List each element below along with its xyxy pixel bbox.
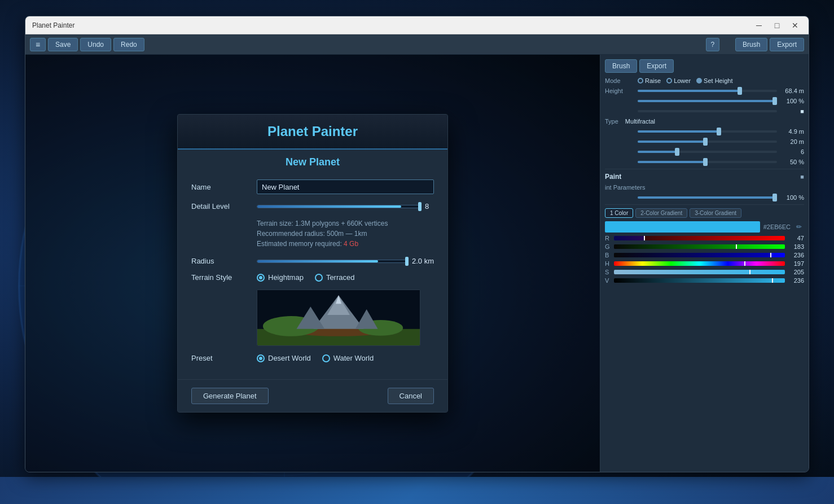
save-button[interactable]: Save	[48, 38, 78, 51]
export-button[interactable]: Export	[770, 38, 804, 51]
r-channel-row: R 47	[605, 235, 804, 242]
height-slider-fill	[638, 90, 742, 92]
preset-desert-option[interactable]: Desert World	[257, 354, 311, 362]
octaves-value: 20 m	[782, 138, 804, 145]
terrain-style-options: Heightmap Terraced	[257, 273, 354, 282]
strength-row: 100 %	[605, 98, 804, 104]
h-channel-fill	[614, 261, 745, 266]
maximize-button[interactable]: □	[770, 19, 784, 32]
redo-button[interactable]: Redo	[113, 38, 144, 51]
b-channel-row: B 236	[605, 252, 804, 258]
color-edit-button[interactable]: ✏	[794, 222, 804, 232]
color-hex: #2EB6EC	[763, 223, 791, 230]
size-slider-track[interactable]	[638, 110, 777, 112]
menu-button[interactable]: ≡	[30, 38, 46, 51]
g-channel-row: G 183	[605, 243, 804, 250]
color-tab-1color[interactable]: 1 Color	[605, 208, 633, 218]
blend-slider[interactable]	[638, 161, 777, 163]
preset-water-radio[interactable]	[322, 354, 330, 362]
detail-level-slider-container[interactable]: 8	[257, 202, 434, 211]
b-value: 236	[787, 252, 804, 258]
s-channel-row: S 205	[605, 269, 804, 275]
blend-slider-thumb	[703, 158, 708, 166]
preset-row: Preset Desert World Water World	[191, 354, 434, 362]
set-height-radio[interactable]	[696, 78, 702, 84]
name-input[interactable]	[257, 179, 434, 194]
new-planet-dialog: Planet Painter New Planet Name Detail Le	[177, 114, 448, 413]
lacunarity-slider[interactable]	[638, 151, 777, 153]
undo-button[interactable]: Undo	[80, 38, 111, 51]
preset-water-label: Water World	[333, 354, 374, 362]
color-tab-2color[interactable]: 2-Color Gradient	[635, 208, 687, 218]
h-value: 197	[787, 260, 804, 267]
strength-slider-track[interactable]	[638, 100, 777, 102]
radius-slider-track[interactable]	[257, 260, 409, 263]
raise-radio[interactable]	[638, 78, 643, 84]
b-channel-track[interactable]	[614, 253, 785, 257]
height-slider[interactable]	[638, 90, 777, 92]
strength-slider[interactable]	[638, 100, 777, 102]
terrain-heightmap-option[interactable]: Heightmap	[257, 273, 304, 282]
g-channel-fill	[614, 244, 737, 249]
color-swatch-row: #2EB6EC ✏	[605, 221, 804, 233]
v-channel-track[interactable]	[614, 278, 785, 283]
brush-tab-button[interactable]: Brush	[605, 59, 637, 73]
r-value: 47	[787, 235, 804, 242]
raise-option[interactable]: Raise	[638, 77, 661, 84]
close-button[interactable]: ✕	[788, 19, 802, 32]
lacunarity-row: 6	[605, 148, 804, 155]
scale-slider-track[interactable]	[638, 130, 777, 133]
g-channel-track[interactable]	[614, 244, 785, 249]
blend-slider-fill	[638, 161, 708, 163]
preset-desert-label: Desert World	[268, 354, 311, 362]
terrain-terraced-option[interactable]: Terraced	[315, 273, 355, 282]
dialog-footer: Generate Planet Cancel	[178, 379, 447, 412]
paint-strength-slider[interactable]	[638, 196, 777, 199]
h-channel-track[interactable]	[614, 261, 785, 266]
terrain-style-label: Terrain Style	[191, 273, 248, 282]
octaves-slider-fill	[638, 141, 708, 143]
dialog-body: Name Detail Level 8	[178, 170, 447, 379]
preset-desert-radio[interactable]	[257, 354, 265, 362]
terrain-heightmap-radio[interactable]	[257, 274, 265, 282]
scale-value: 4.9 m	[782, 128, 804, 135]
export-tab-button[interactable]: Export	[639, 59, 674, 73]
set-height-option[interactable]: Set Height	[696, 77, 732, 84]
minimize-button[interactable]: ─	[752, 19, 766, 32]
height-slider-track[interactable]	[638, 90, 777, 92]
lower-option[interactable]: Lower	[666, 77, 691, 84]
color-swatch[interactable]	[605, 221, 760, 233]
cancel-button[interactable]: Cancel	[388, 388, 434, 404]
canvas-area[interactable]: Planet Painter New Planet Name Detail Le	[25, 55, 600, 472]
color-tab-3color[interactable]: 3-Color Gradient	[690, 208, 741, 218]
terrain-terraced-radio[interactable]	[315, 274, 323, 282]
lower-radio[interactable]	[666, 78, 672, 84]
mode-radio-group: Raise Lower Set Height	[638, 77, 732, 84]
s-value: 205	[787, 269, 804, 275]
octaves-slider-track[interactable]	[638, 141, 777, 143]
help-button[interactable]: ?	[706, 38, 719, 51]
strength-slider-fill	[638, 100, 777, 102]
brush-button[interactable]: Brush	[735, 38, 767, 51]
blend-slider-track[interactable]	[638, 161, 777, 163]
octaves-slider[interactable]	[638, 141, 777, 143]
r-channel-fill	[614, 236, 645, 240]
b-label: B	[605, 252, 612, 258]
terrain-info-line2: Recommended radius: 500m — 1km	[257, 229, 434, 239]
s-channel-track[interactable]	[614, 270, 785, 274]
lacunarity-slider-track[interactable]	[638, 151, 777, 153]
generate-planet-button[interactable]: Generate Planet	[191, 388, 269, 404]
detail-level-label: Detail Level	[191, 202, 248, 211]
paint-strength-track[interactable]	[638, 196, 777, 199]
scale-slider[interactable]	[638, 130, 777, 133]
r-label: R	[605, 235, 612, 242]
r-channel-track[interactable]	[614, 236, 785, 240]
detail-level-row: Detail Level 8	[191, 202, 434, 211]
preset-label: Preset	[191, 354, 248, 362]
radius-slider-container[interactable]: 2.0 km	[257, 257, 434, 265]
size-slider[interactable]	[638, 110, 777, 112]
preset-water-option[interactable]: Water World	[322, 354, 374, 362]
octaves-row: 20 m	[605, 138, 804, 145]
detail-level-slider-track[interactable]	[257, 205, 422, 208]
terrain-info-line3-prefix: Estimated memory required:	[257, 240, 344, 248]
